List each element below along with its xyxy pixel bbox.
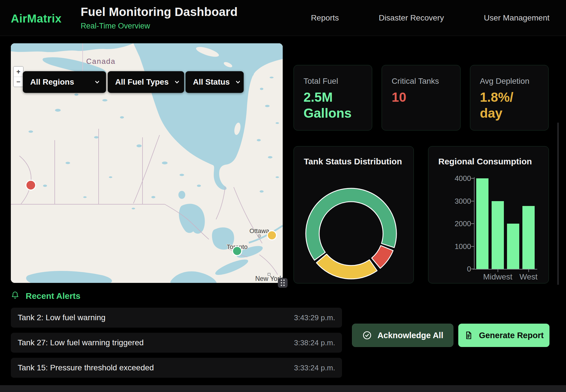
filter-regions-dropdown[interactable]: All Regions [23, 71, 106, 93]
bar [492, 201, 504, 269]
dashboard-page: AirMatrix Fuel Monitoring Dashboard Real… [0, 0, 566, 392]
app-header: AirMatrix Fuel Monitoring Dashboard Real… [0, 0, 566, 36]
map-marker-normal[interactable] [233, 246, 242, 256]
map-label-canada: Canada [86, 57, 115, 66]
generate-report-button[interactable]: Generate Report [458, 324, 549, 347]
stat-label: Avg Depletion [480, 77, 539, 86]
y-tick-mark [471, 223, 474, 224]
stat-value-avg-depletion: 1.8%/ day [480, 89, 539, 121]
nav-disaster-recovery[interactable]: Disaster Recovery [379, 13, 444, 23]
y-tick-label: 1000 [451, 242, 471, 251]
filter-regions-label: All Regions [30, 77, 74, 87]
page-scrollbar[interactable] [557, 122, 559, 285]
map-resize-handle[interactable] [278, 278, 288, 288]
bar [507, 224, 519, 269]
map-zoom-out-button[interactable]: − [14, 77, 23, 87]
alert-time: 3:43:29 p.m. [294, 313, 335, 322]
map-panel[interactable]: Canada Ottawa Toronto New York + − All R… [11, 43, 283, 283]
stat-card-avg-depletion: Avg Depletion 1.8%/ day [470, 65, 549, 130]
map-zoom-control: + − [13, 66, 24, 87]
y-tick-mark [471, 269, 474, 269]
nav-user-management[interactable]: User Management [484, 13, 549, 23]
alert-text: Tank 27: Low fuel warning triggered [18, 338, 144, 347]
filter-fuel-types-label: All Fuel Types [115, 77, 169, 87]
filter-fuel-types-dropdown[interactable]: All Fuel Types [108, 71, 184, 93]
map-marker-critical[interactable] [26, 180, 36, 190]
y-axis-line [474, 177, 475, 270]
y-tick-label: 3000 [451, 197, 471, 205]
y-tick-mark [471, 201, 474, 201]
acknowledge-all-button[interactable]: Acknowledge All [352, 324, 453, 347]
file-text-icon [464, 331, 473, 340]
chevron-down-icon [174, 79, 180, 85]
page-title: Fuel Monitoring Dashboard [81, 5, 238, 19]
tank-status-card: Tank Status Distribution [294, 146, 414, 283]
x-tick-label: Midwest [483, 272, 512, 281]
alerts-heading: Recent Alerts [11, 291, 80, 301]
check-circle-icon [362, 330, 372, 340]
stat-label: Total Fuel [304, 77, 362, 86]
page-subtitle: Real-Time Overview [81, 22, 238, 30]
nav-reports[interactable]: Reports [311, 13, 339, 23]
tank-status-donut-chart [294, 146, 414, 284]
title-block: Fuel Monitoring Dashboard Real-Time Over… [81, 5, 238, 30]
acknowledge-all-label: Acknowledge All [378, 331, 443, 340]
alerts-title: Recent Alerts [26, 291, 80, 301]
regional-consumption-card: Regional Consumption 01000200030004000Mi… [428, 146, 549, 283]
app-logo: AirMatrix [11, 12, 62, 25]
x-tick-mark [498, 270, 498, 272]
x-tick-label: West [520, 272, 538, 281]
filter-status-dropdown[interactable]: All Status [186, 71, 244, 93]
donut-segment-red [372, 246, 393, 268]
x-axis-line [473, 269, 537, 270]
bar [522, 206, 535, 269]
ottawa-town-dot [259, 236, 260, 236]
map-zoom-in-button[interactable]: + [14, 67, 23, 77]
alert-text: Tank 2: Low fuel warning [18, 313, 105, 322]
x-tick-mark [528, 270, 529, 272]
donut-segment-yellow [316, 254, 377, 279]
stat-card-critical-tanks: Critical Tanks 10 [382, 65, 460, 130]
stats-row: Total Fuel 2.5M Gallons Critical Tanks 1… [294, 65, 549, 130]
y-tick-label: 2000 [451, 219, 471, 228]
alert-text: Tank 15: Pressure threshold exceeded [18, 363, 154, 372]
bar [476, 178, 488, 269]
map-label-ottawa: Ottawa [249, 227, 269, 234]
map-marker-warning[interactable] [267, 231, 276, 240]
chevron-down-icon [235, 79, 241, 85]
alert-row[interactable]: Tank 2: Low fuel warning 3:43:29 p.m. [11, 308, 342, 328]
regional-consumption-bar-chart: 01000200030004000MidwestWest [428, 146, 549, 284]
alert-time: 3:33:24 p.m. [294, 364, 335, 372]
filter-status-label: All Status [193, 77, 230, 87]
generate-report-label: Generate Report [479, 331, 543, 340]
chevron-down-icon [94, 79, 100, 85]
stat-label: Critical Tanks [392, 77, 450, 86]
window-bottom-strip [0, 385, 566, 392]
stat-card-total-fuel: Total Fuel 2.5M Gallons [294, 65, 372, 130]
main-nav: Reports Disaster Recovery User Managemen… [311, 0, 549, 36]
stat-value-critical-tanks: 10 [392, 89, 450, 105]
stat-value-total-fuel: 2.5M Gallons [304, 89, 362, 121]
y-tick-label: 4000 [451, 174, 471, 183]
y-tick-label: 0 [451, 265, 471, 273]
alert-row[interactable]: Tank 15: Pressure threshold exceeded 3:3… [11, 358, 342, 378]
y-tick-mark [471, 178, 474, 179]
bell-icon [11, 291, 19, 301]
y-tick-mark [471, 246, 474, 247]
alert-row[interactable]: Tank 27: Low fuel warning triggered 3:38… [11, 333, 342, 353]
alert-time: 3:38:24 p.m. [294, 338, 335, 347]
